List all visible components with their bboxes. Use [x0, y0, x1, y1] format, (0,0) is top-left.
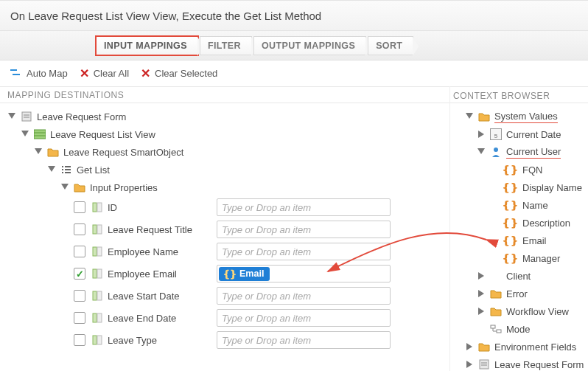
- property-icon: [91, 223, 103, 235]
- prop-drop-target[interactable]: Type or Drop an item: [217, 287, 391, 305]
- tree-node-view[interactable]: Leave Request List View: [21, 125, 444, 143]
- prop-checkbox[interactable]: [74, 334, 85, 346]
- ctx-error[interactable]: Error: [477, 285, 585, 302]
- prop-checkbox[interactable]: [74, 312, 85, 324]
- svg-rect-28: [97, 313, 102, 322]
- form-icon: [21, 111, 32, 122]
- tree-node-smartobject[interactable]: Leave Request SmartObject: [34, 143, 444, 161]
- prop-checkbox[interactable]: [74, 268, 85, 280]
- property-icon: [91, 312, 103, 324]
- prop-row: IDType or Drop an item: [74, 196, 444, 218]
- value-icon: ❴❵: [502, 217, 518, 229]
- twisty-icon[interactable]: [47, 165, 56, 174]
- prop-drop-target[interactable]: ❴❵Email: [217, 265, 391, 282]
- folder-icon: [478, 341, 490, 353]
- svg-rect-30: [97, 336, 102, 344]
- value-icon: ❴❵: [223, 268, 236, 280]
- tab-output-mappings[interactable]: OUTPUT MAPPINGS: [253, 36, 366, 55]
- tree-node-input-properties[interactable]: Input Properties: [60, 178, 444, 196]
- prop-drop-target[interactable]: Type or Drop an item: [217, 221, 391, 238]
- ctx-cu-fqn[interactable]: ❴❵FQN: [489, 161, 585, 178]
- ctx-cu-display-name[interactable]: ❴❵Display Name: [489, 178, 585, 196]
- svg-rect-5: [34, 130, 46, 139]
- prop-drop-target[interactable]: Type or Drop an item: [217, 198, 391, 216]
- close-icon: ✕: [80, 68, 89, 80]
- auto-map-icon: [10, 68, 22, 80]
- property-icon: [91, 246, 103, 257]
- prop-label: Leave Type: [91, 334, 217, 346]
- svg-rect-18: [97, 203, 102, 212]
- twisty-icon[interactable]: [21, 130, 29, 139]
- prop-label: Leave Request Title: [91, 223, 217, 235]
- svg-rect-44: [480, 360, 489, 369]
- ctx-leave-request-form[interactable]: Leave Request Form: [465, 356, 585, 371]
- tree-node-form[interactable]: Leave Request Form: [7, 108, 444, 125]
- twisty-collapsed-icon[interactable]: [477, 289, 486, 298]
- prop-label: Employee Email: [91, 268, 217, 280]
- ctx-cu-manager[interactable]: ❴❵Manager: [489, 249, 585, 267]
- twisty-icon[interactable]: [465, 112, 474, 121]
- twisty-icon[interactable]: [34, 148, 43, 156]
- property-icon: [91, 290, 103, 302]
- list-method-icon: [60, 164, 72, 176]
- value-icon: ❴❵: [502, 235, 518, 246]
- date-icon: 5: [490, 128, 502, 140]
- ctx-current-user[interactable]: Current User: [477, 143, 585, 161]
- ctx-system-values[interactable]: System Values: [465, 108, 585, 125]
- toolbar: Auto Map ✕Clear All ✕Clear Selected: [0, 60, 588, 87]
- tab-input-mappings[interactable]: INPUT MAPPINGS: [96, 36, 198, 55]
- svg-marker-8: [35, 148, 42, 154]
- svg-rect-17: [93, 203, 97, 212]
- twisty-collapsed-icon[interactable]: [477, 307, 486, 316]
- ctx-environment-fields[interactable]: Environment Fields: [465, 338, 585, 356]
- ctx-mode[interactable]: Mode: [477, 320, 585, 338]
- svg-marker-35: [478, 272, 484, 280]
- prop-row: Employee NameType or Drop an item: [74, 240, 444, 263]
- twisty-collapsed-icon[interactable]: [477, 130, 486, 139]
- mapped-value-chip[interactable]: ❴❵Email: [219, 267, 270, 281]
- svg-rect-23: [93, 269, 97, 278]
- twisty-icon[interactable]: [7, 112, 16, 121]
- svg-marker-32: [478, 131, 484, 138]
- svg-rect-38: [491, 325, 495, 328]
- property-icon: [91, 334, 103, 346]
- svg-marker-0: [8, 113, 15, 119]
- prop-drop-target[interactable]: Type or Drop an item: [217, 331, 391, 349]
- tab-filter[interactable]: FILTER: [200, 36, 252, 55]
- prop-checkbox[interactable]: [74, 290, 85, 302]
- mode-icon: [490, 323, 502, 335]
- svg-rect-39: [497, 330, 501, 333]
- context-browser-heading: CONTEXT BROWSER: [449, 86, 588, 104]
- twisty-collapsed-icon[interactable]: [465, 342, 474, 351]
- svg-rect-24: [97, 269, 102, 278]
- prop-checkbox[interactable]: [74, 246, 85, 257]
- ctx-current-date[interactable]: 5 Current Date: [477, 125, 585, 143]
- tree-node-method[interactable]: Get List: [47, 161, 444, 178]
- clear-selected-button[interactable]: ✕Clear Selected: [141, 68, 217, 80]
- prop-row: Leave End DateType or Drop an item: [74, 307, 444, 329]
- tab-sort[interactable]: SORT: [368, 36, 413, 55]
- tabs-row: INPUT MAPPINGS FILTER OUTPUT MAPPINGS SO…: [0, 31, 588, 60]
- svg-rect-26: [97, 291, 102, 300]
- prop-drop-target[interactable]: Type or Drop an item: [217, 309, 391, 327]
- ctx-cu-name[interactable]: ❴❵Name: [489, 196, 585, 214]
- svg-rect-27: [93, 313, 97, 322]
- svg-rect-22: [97, 247, 102, 256]
- prop-row: Leave TypeType or Drop an item: [74, 329, 444, 351]
- prop-checkbox[interactable]: [74, 201, 85, 213]
- ctx-cu-description[interactable]: ❴❵Description: [489, 214, 585, 232]
- prop-checkbox[interactable]: [74, 223, 85, 235]
- clear-all-button[interactable]: ✕Clear All: [80, 68, 129, 80]
- svg-rect-1: [22, 112, 31, 121]
- ctx-cu-email[interactable]: ❴❵Email: [489, 232, 585, 249]
- prop-drop-target[interactable]: Type or Drop an item: [217, 243, 391, 260]
- ctx-workflow-view[interactable]: Workflow View: [477, 302, 585, 320]
- twisty-collapsed-icon[interactable]: [465, 360, 474, 369]
- svg-rect-25: [93, 291, 97, 300]
- dialog-title: On Leave Request List View View, Execute…: [0, 0, 588, 31]
- ctx-client[interactable]: Client: [477, 267, 585, 285]
- twisty-icon[interactable]: [60, 183, 69, 192]
- twisty-icon[interactable]: [477, 148, 486, 156]
- auto-map-button[interactable]: Auto Map: [10, 68, 68, 80]
- twisty-collapsed-icon[interactable]: [477, 271, 486, 280]
